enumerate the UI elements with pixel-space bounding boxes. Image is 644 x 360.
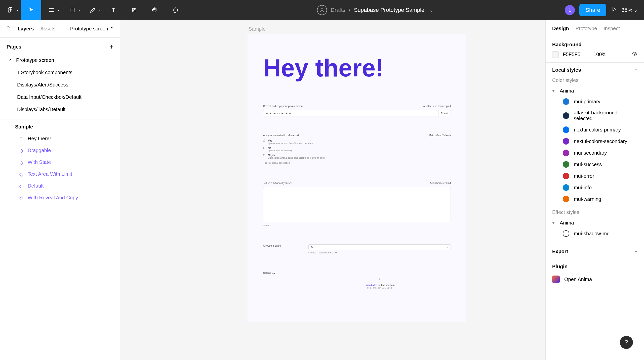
background-opacity[interactable]: 100% <box>593 52 606 57</box>
color-style-item[interactable]: nextui-colors-primary <box>552 124 637 136</box>
layer-list: Hey there! ◇ Draggable ◇ With State ◇ Te… <box>0 133 120 204</box>
background-header: Background <box>552 42 582 48</box>
background-hex[interactable]: F5F5F5 <box>563 52 580 57</box>
share-button[interactable]: Share <box>579 4 606 16</box>
bio-textarea[interactable] <box>263 187 451 222</box>
comment-tool-button[interactable] <box>165 0 186 20</box>
reveal-left-label: Reveal and copy your private token <box>263 105 303 108</box>
component-icon: ◇ <box>19 160 24 165</box>
layer-item[interactable]: ◇ Default <box>0 180 120 192</box>
plugin-item[interactable]: Open Anima <box>552 273 637 286</box>
canvas[interactable]: Sample Hey there! Reveal and copy your p… <box>120 20 545 360</box>
zoom-value: 35% <box>621 7 632 13</box>
radio-option[interactable]: MaybeGet notified when a candidate accep… <box>263 154 451 159</box>
select-value: Ty <box>311 246 313 248</box>
color-style-item[interactable]: mui-error <box>552 170 637 182</box>
drafts-breadcrumb[interactable]: Drafts <box>331 7 345 13</box>
shape-tool-button[interactable] <box>62 0 83 20</box>
current-user-avatar[interactable]: L <box>565 5 575 15</box>
radio-label: Maybe <box>268 154 325 157</box>
figma-menu-button[interactable] <box>0 0 21 20</box>
page-selector-label: Prototype screen <box>70 26 108 32</box>
hand-tool-button[interactable] <box>144 0 165 20</box>
token-input[interactable]: •••• •••• •••• •••• Reveal <box>263 110 451 116</box>
tab-design[interactable]: Design <box>552 26 569 31</box>
zoom-control[interactable]: 35% ⌄ <box>621 7 638 13</box>
page-item[interactable]: Displays/Tabs/Default <box>0 103 120 116</box>
resources-tool-button[interactable] <box>124 0 144 20</box>
svg-point-2 <box>7 26 9 29</box>
frame-icon <box>7 124 12 129</box>
file-name[interactable]: Supabase Prototype Sample <box>354 7 424 13</box>
section-choose-person: Choose a person Ty ⌄ Choose a person for… <box>263 244 451 254</box>
color-swatch-icon <box>563 126 569 133</box>
color-name: mui-success <box>574 162 602 167</box>
tab-assets[interactable]: Assets <box>41 26 56 32</box>
upload-rest: or drag and drop <box>377 284 395 286</box>
color-style-item[interactable]: mui-primary <box>552 96 637 107</box>
person-select[interactable]: Ty ⌄ <box>308 244 451 250</box>
export-header: Export <box>552 249 568 254</box>
svg-point-3 <box>634 53 635 55</box>
style-group[interactable]: ▾ Anima <box>552 86 637 96</box>
add-page-button[interactable]: + <box>109 43 113 51</box>
frame-icon <box>48 7 55 14</box>
artboard-sample[interactable]: Hey there! Reveal and copy your private … <box>248 34 466 322</box>
add-export-button[interactable]: + <box>634 249 637 254</box>
radio-option[interactable]: YesI prefer to work from the office, wit… <box>263 139 451 145</box>
upload-dropzone[interactable]: ⍗ Upload a file or drag and drop PNG, JP… <box>308 272 451 289</box>
color-style-item[interactable]: mui-info <box>552 182 637 193</box>
page-item[interactable]: Data Input/Checkbox/Default <box>0 91 120 103</box>
color-style-item[interactable]: mui-secondary <box>552 147 637 159</box>
text-tool-button[interactable] <box>103 0 124 20</box>
page-selector[interactable]: Prototype screen ⌃ <box>70 26 114 32</box>
page-item[interactable]: ✓Prototype screen <box>0 54 120 66</box>
layer-item[interactable]: ◇ Text Area With Limit <box>0 168 120 180</box>
divider <box>0 119 120 119</box>
canvas-frame-label[interactable]: Sample <box>249 26 266 32</box>
section-relocation: Are you interested in relocation? Main o… <box>263 134 451 164</box>
pen-icon <box>89 7 96 14</box>
layer-item[interactable]: ◇ With Reveal And Copy <box>0 192 120 204</box>
upload-link[interactable]: Upload a file <box>365 284 377 286</box>
chevron-down-icon <box>57 9 60 11</box>
present-button[interactable] <box>611 6 617 14</box>
color-swatch-icon <box>563 184 569 191</box>
layer-label: With State <box>28 159 51 165</box>
color-style-item[interactable]: nextui-colors-secondary <box>552 136 637 147</box>
reveal-button[interactable]: Reveal <box>438 110 451 116</box>
frame-row[interactable]: Sample <box>0 121 120 133</box>
color-style-item[interactable]: mui-success <box>552 159 637 170</box>
page-item[interactable]: Displays/Alert/Success <box>0 79 120 91</box>
comment-icon <box>172 7 179 14</box>
radio-sublabel: I prefer to work remotely <box>268 149 292 152</box>
help-button[interactable]: ? <box>620 336 633 349</box>
radio-sublabel: I prefer to work from the office, with t… <box>268 142 313 145</box>
layer-label: Hey there! <box>28 136 51 142</box>
radio-option[interactable]: NoI prefer to work remotely <box>263 147 451 152</box>
chevron-down-icon[interactable]: ⌄ <box>429 7 433 13</box>
chevron-up-icon: ⌃ <box>110 26 114 32</box>
search-icon[interactable] <box>6 26 11 32</box>
page-item[interactable]: ↓ Storybook components <box>0 66 120 79</box>
color-style-item[interactable]: atlaskit-background-selected <box>552 107 637 124</box>
layer-item[interactable]: ◇ With State <box>0 156 120 168</box>
frame-tool-button[interactable] <box>41 0 62 20</box>
pen-tool-button[interactable] <box>83 0 103 20</box>
color-style-item[interactable]: mui-warning <box>552 193 637 205</box>
background-swatch[interactable] <box>552 51 559 58</box>
tab-prototype[interactable]: Prototype <box>576 26 597 31</box>
move-tool-button[interactable] <box>21 0 41 20</box>
layer-item[interactable]: Hey there! <box>0 133 120 145</box>
effect-style-item[interactable]: mui-shadow-md <box>552 228 637 239</box>
layer-item[interactable]: ◇ Draggable <box>0 145 120 156</box>
visibility-toggle-icon[interactable] <box>632 51 637 58</box>
add-style-button[interactable]: + <box>634 67 637 73</box>
color-swatch-icon <box>563 112 569 119</box>
section-export: Export + <box>546 244 644 259</box>
effect-style-group[interactable]: ▾ Anima <box>552 218 637 228</box>
owner-avatar-icon[interactable] <box>317 5 327 15</box>
tab-inspect[interactable]: Inspect <box>603 26 620 31</box>
page-label: Displays/Alert/Success <box>17 82 68 88</box>
tab-layers[interactable]: Layers <box>18 26 34 32</box>
